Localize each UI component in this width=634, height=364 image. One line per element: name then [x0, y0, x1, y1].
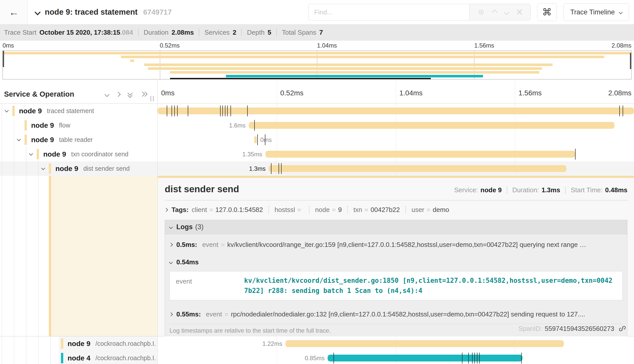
span-detail-overview: Service:node 9Duration:1.3msStart Time:0… — [454, 186, 627, 194]
jaeger-trace-page: ← node 9: traced statement 6749717 ⌘ Tra… — [0, 0, 634, 364]
log-expander-icon[interactable] — [170, 243, 173, 247]
log-marker — [225, 105, 225, 116]
span-service-name: node 9 — [43, 150, 66, 158]
trace-view-label: Trace Timeline — [570, 8, 615, 16]
span-duration-bar[interactable] — [285, 340, 564, 347]
minimap-left-scrubber[interactable] — [3, 51, 4, 67]
tags-expander-icon[interactable] — [164, 208, 168, 212]
span-timeline-cell[interactable]: 1.22ms — [158, 336, 634, 351]
span-detail-indent-column — [0, 176, 158, 336]
log-marker — [271, 163, 271, 174]
summary-separator — [276, 29, 277, 36]
summary-separator — [138, 29, 139, 36]
collapse-all-icon[interactable] — [128, 91, 133, 97]
span-expander-icon[interactable] — [41, 166, 45, 170]
summary-item-label: Duration — [144, 29, 168, 36]
log-equals: = — [221, 241, 225, 249]
log-timestamp: 0.54ms — [176, 258, 199, 266]
column-resize-grip[interactable] — [150, 96, 154, 101]
log-expander-icon[interactable] — [169, 260, 173, 264]
log-entry[interactable]: 0.5ms:event=kv/kvclient/kvcoord/range_it… — [170, 235, 623, 254]
span-name-cell[interactable]: node 9txn coordinator send — [0, 147, 158, 161]
collapse-trace-header-icon[interactable] — [34, 9, 40, 15]
span-timeline-cell[interactable] — [158, 104, 634, 118]
log-expander-icon[interactable] — [170, 312, 173, 316]
trace-minimap: 0ms0.52ms1.04ms1.56ms2.08ms — [0, 40, 634, 80]
indent-guide — [26, 147, 26, 161]
tag-key: client — [192, 206, 207, 214]
back-button[interactable]: ← — [0, 0, 28, 24]
expand-all-icon[interactable] — [141, 92, 147, 97]
span-name-cell[interactable]: node 9dist sender send — [0, 161, 158, 176]
page-title: node 9: traced statement — [45, 8, 138, 17]
tag-separator — [309, 206, 309, 214]
tag-key: hostssl — [274, 206, 295, 214]
span-row: node 9dist sender send1.3ms — [0, 161, 634, 176]
span-timeline-cell[interactable]: 1.6ms — [158, 118, 634, 133]
log-entry[interactable]: 0.55ms:event=rpc/nodedialer/nodedialer.g… — [170, 305, 623, 324]
span-timeline-cell[interactable]: 0.85ms — [158, 351, 634, 364]
span-name-cell[interactable]: node 9table reader — [0, 133, 158, 147]
tags-row[interactable]: Tags: client=127.0.0.1:54582hostssl=node… — [165, 206, 627, 214]
logs-header[interactable]: Logs (3) — [165, 220, 627, 234]
span-timeline-cell[interactable]: 0ms — [158, 133, 634, 147]
span-duration-bar[interactable] — [254, 136, 257, 143]
span-expander-icon[interactable] — [29, 152, 33, 156]
span-duration-label: 1.22ms — [262, 340, 282, 347]
log-marker — [174, 105, 175, 116]
span-duration-label: 1.6ms — [229, 122, 245, 129]
span-operation-name: txn coordinator send — [71, 151, 129, 158]
keyboard-shortcuts-button[interactable]: ⌘ — [537, 3, 557, 21]
minimap-right-scrubber[interactable] — [630, 53, 631, 69]
log-field-key: event — [202, 241, 218, 249]
next-match-icon[interactable] — [504, 9, 509, 15]
trace-view-selector[interactable]: Trace Timeline — [563, 3, 629, 21]
trace-id: 6749717 — [143, 8, 172, 16]
span-service-name: node 4 — [68, 354, 90, 362]
span-row: node 4/cockroach.roachpb.I...0.85ms — [0, 351, 634, 364]
span-duration-bar[interactable] — [249, 122, 615, 129]
span-name-cell[interactable]: node 9/cockroach.roachpb.I... — [0, 336, 158, 351]
minimap-span-bar — [148, 67, 542, 70]
span-duration-label: 0.85ms — [305, 355, 325, 362]
summary-item-value: October 15 2020, 17:38:15.084 — [39, 29, 133, 36]
span-expander-icon[interactable] — [5, 109, 9, 113]
indent-guide — [14, 147, 14, 161]
timeline-collapse-controls — [105, 91, 147, 97]
clear-search-icon[interactable] — [516, 9, 522, 15]
span-duration-bar[interactable] — [269, 165, 566, 172]
span-duration-bar[interactable] — [328, 355, 522, 361]
log-timestamp: 0.55ms: — [176, 310, 201, 318]
span-expander-icon[interactable] — [17, 137, 21, 141]
span-timeline-cell[interactable]: 1.3ms — [158, 161, 634, 176]
expand-one-icon[interactable] — [116, 92, 121, 97]
span-color-guide — [49, 176, 51, 336]
locate-icon[interactable] — [477, 8, 485, 16]
tag-separator — [405, 206, 406, 214]
overview-separator — [507, 186, 507, 194]
service-color-swatch — [25, 120, 27, 131]
deep-link-icon[interactable] — [618, 325, 626, 333]
collapse-one-icon[interactable] — [104, 92, 110, 97]
span-service-name: node 9 — [31, 121, 54, 130]
tag-equals: = — [365, 206, 368, 214]
prev-match-icon[interactable] — [492, 9, 497, 15]
span-row: node 9/cockroach.roachpb.I...1.22ms — [0, 336, 634, 351]
span-timeline-cell[interactable]: 1.35ms — [158, 147, 634, 161]
timeline-header-gridline — [277, 80, 277, 103]
indent-guide — [38, 351, 38, 364]
overview-separator — [565, 186, 566, 194]
minimap-span-bar — [121, 56, 604, 58]
span-duration-bar[interactable] — [158, 108, 634, 114]
span-name-cell[interactable]: node 9traced statement — [0, 104, 158, 118]
command-icon: ⌘ — [542, 7, 552, 18]
summary-item-suffix: .084 — [120, 29, 133, 36]
span-duration-bar[interactable] — [265, 151, 576, 158]
find-input[interactable] — [308, 4, 469, 20]
span-operation-name: table reader — [59, 136, 93, 143]
minimap-canvas[interactable] — [3, 51, 631, 79]
span-name-cell[interactable]: node 9flow — [0, 118, 158, 133]
log-entry-expanded-header[interactable]: 0.54ms — [170, 254, 623, 267]
span-service-name: node 9 — [55, 165, 78, 173]
span-name-cell[interactable]: node 4/cockroach.roachpb.I... — [0, 351, 158, 364]
